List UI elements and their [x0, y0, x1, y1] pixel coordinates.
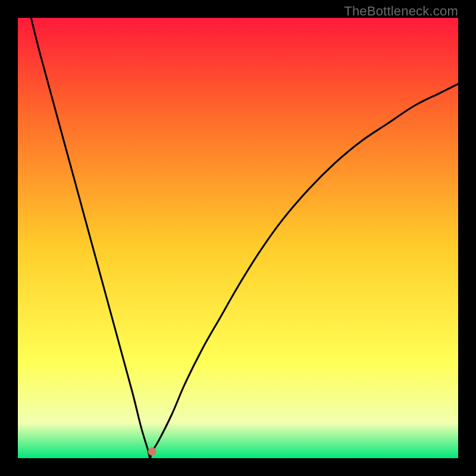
bottleneck-chart: [18, 18, 458, 458]
watermark-text: TheBottleneck.com: [344, 4, 458, 19]
optimal-marker: [148, 447, 156, 456]
gradient-background: [18, 18, 458, 458]
chart-frame: [18, 18, 458, 458]
